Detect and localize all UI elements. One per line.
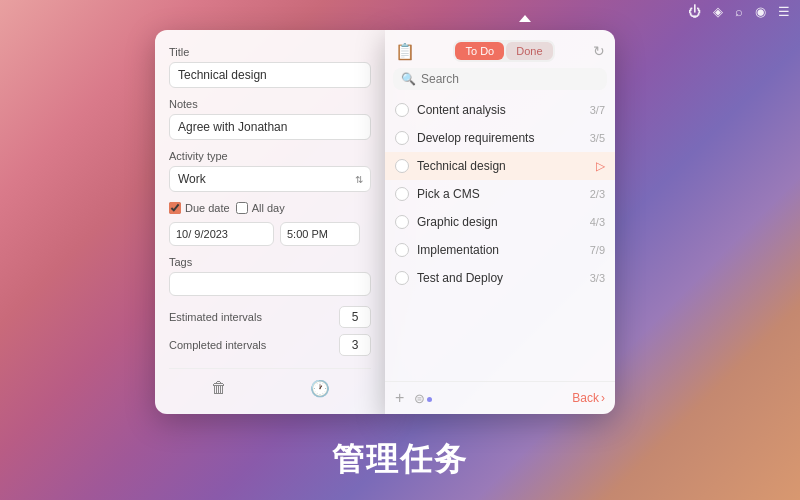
timer-icon[interactable]: ⏻ [688,4,701,19]
completed-value[interactable]: 3 [339,334,371,356]
back-chevron-icon: › [601,391,605,405]
tags-label: Tags [169,256,371,268]
task-list-panel: 📋 To Do Done ↻ 🔍 Content analysis3/7Deve… [385,30,615,414]
task-item[interactable]: Pick a CMS2/3 [385,180,615,208]
title-input[interactable] [169,62,371,88]
task-editor-panel: Title Notes Activity type Work Personal … [155,30,385,414]
completed-interval-row: Completed intervals 3 [169,334,371,356]
task-list: Content analysis3/7Develop requirements3… [385,96,615,381]
task-name: Technical design [417,159,588,173]
back-label: Back [572,391,599,405]
bottom-text: 管理任务 [0,438,800,482]
estimated-value[interactable]: 5 [339,306,371,328]
list-header: 📋 To Do Done ↻ [385,30,615,68]
menu-icon[interactable]: ☰ [778,4,790,19]
delete-icon[interactable]: 🗑 [211,379,227,398]
task-item[interactable]: Graphic design4/3 [385,208,615,236]
date-input[interactable] [169,222,274,246]
task-name: Develop requirements [417,131,582,145]
activity-label: Activity type [169,150,371,162]
all-day-checkbox[interactable] [236,202,248,214]
footer-left: + ⊜ [395,389,432,407]
completed-label: Completed intervals [169,339,266,351]
task-name: Graphic design [417,215,582,229]
task-count: 2/3 [590,188,605,200]
task-name: Test and Deploy [417,271,582,285]
filter-icon[interactable]: ⊜ [414,391,432,406]
notes-label: Notes [169,98,371,110]
tab-group: To Do Done [453,40,554,62]
due-date-checkbox-label[interactable]: Due date [169,202,230,214]
estimated-interval-row: Estimated intervals 5 [169,306,371,328]
list-icon: 📋 [395,42,415,61]
task-item[interactable]: Test and Deploy3/3 [385,264,615,292]
time-input[interactable] [280,222,360,246]
add-task-button[interactable]: + [395,389,404,407]
list-footer: + ⊜ Back › [385,381,615,414]
task-count: 3/3 [590,272,605,284]
tab-done[interactable]: Done [506,42,552,60]
date-time-row [169,222,371,246]
menubar: ⏻ ◈ ⌕ ◉ ☰ [0,0,800,22]
due-date-checkbox[interactable] [169,202,181,214]
activity-select[interactable]: Work Personal Study [169,166,371,192]
all-day-label-text: All day [252,202,285,214]
task-radio[interactable] [395,271,409,285]
search-bar-icon: 🔍 [401,72,416,86]
task-radio[interactable] [395,215,409,229]
all-day-checkbox-label[interactable]: All day [236,202,285,214]
clock-icon[interactable]: 🕐 [310,379,330,398]
task-count: 3/5 [590,132,605,144]
back-button[interactable]: Back › [572,391,605,405]
task-count: 3/7 [590,104,605,116]
due-date-label-text: Due date [185,202,230,214]
task-radio[interactable] [395,243,409,257]
tags-input[interactable] [169,272,371,296]
task-item[interactable]: Technical design▷ [385,152,615,180]
notes-input[interactable] [169,114,371,140]
dropdown-arrow [519,15,531,22]
task-count: 7/9 [590,244,605,256]
tab-todo[interactable]: To Do [455,42,504,60]
activity-select-wrapper: Work Personal Study ⇅ [169,166,371,192]
panels-container: Title Notes Activity type Work Personal … [155,30,615,414]
filter-dot [427,397,432,402]
task-name: Content analysis [417,103,582,117]
task-item[interactable]: Develop requirements3/5 [385,124,615,152]
task-radio[interactable] [395,187,409,201]
title-label: Title [169,46,371,58]
left-toolbar: 🗑 🕐 [169,368,371,398]
estimated-label: Estimated intervals [169,311,262,323]
play-button[interactable]: ▷ [596,159,605,173]
account-icon[interactable]: ◉ [755,4,766,19]
task-radio[interactable] [395,103,409,117]
search-bar: 🔍 [393,68,607,90]
task-radio[interactable] [395,159,409,173]
refresh-button[interactable]: ↻ [593,43,605,59]
search-icon[interactable]: ⌕ [735,4,743,19]
task-name: Pick a CMS [417,187,582,201]
task-count: 4/3 [590,216,605,228]
task-item[interactable]: Implementation7/9 [385,236,615,264]
wifi-icon[interactable]: ◈ [713,4,723,19]
search-input[interactable] [421,72,599,86]
task-name: Implementation [417,243,582,257]
task-item[interactable]: Content analysis3/7 [385,96,615,124]
task-radio[interactable] [395,131,409,145]
due-date-row: Due date All day [169,202,371,214]
